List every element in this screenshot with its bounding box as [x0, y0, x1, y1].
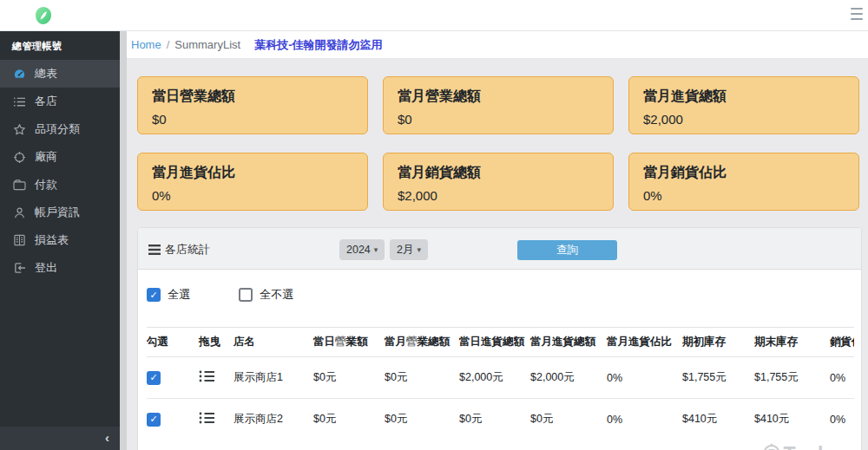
hamburger-icon[interactable] [851, 8, 863, 20]
watermark-text: Tasker [784, 443, 849, 450]
query-button[interactable]: 查詢 [517, 240, 617, 260]
table-body: ✓展示商店1$0元$0元$2,000元$2,000元0%$1,755元$1,75… [147, 357, 854, 440]
sidebar-item-label: 廠商 [35, 149, 57, 165]
sidebar-item-label: 損益表 [35, 232, 69, 248]
card-title: 當月進貨佔比 [152, 164, 353, 182]
panel-body: ✓ 全選 全不選 勾選拖曳店名當日營業額當月營業總額當日進貨總額當月進貨總額當月… [138, 270, 861, 440]
card-title: 當月銷貨佔比 [643, 164, 845, 182]
stores-table: 勾選拖曳店名當日營業額當月營業總額當日進貨總額當月進貨總額當月進貨佔比期初庫存期… [147, 327, 854, 440]
breadcrumb: Home / SummaryList 葉科技-佳翰開發請勿盜用 [127, 31, 868, 59]
summary-card: 當月進貨佔比0% [137, 153, 368, 211]
vertical-scrollbar[interactable] [120, 31, 127, 450]
column-header: 當日進貨總額 [459, 328, 530, 357]
summary-cards: 當日營業總額$0當月營業總額$0當月進貨總額$2,000當月進貨佔比0%當月銷貨… [127, 59, 868, 211]
cell-value: 0% [830, 357, 854, 399]
cell-value: $0元 [385, 357, 459, 399]
cell-value: $2,000元 [459, 357, 530, 399]
sidebar-item-廠商[interactable]: 廠商 [0, 143, 120, 171]
summary-card: 當日營業總額$0 [137, 76, 368, 134]
panel-title: 各店統計 [148, 242, 210, 258]
summary-card: 當月銷貨總額$2,000 [383, 153, 614, 211]
sidebar-item-label: 品項分類 [35, 121, 80, 137]
cell-value: $1,755元 [754, 357, 830, 399]
watermark: Tasker [761, 442, 849, 450]
row-checkbox[interactable]: ✓ [147, 413, 161, 427]
ledger-icon [12, 233, 26, 247]
notice-text: 葉科技-佳翰開發請勿盜用 [254, 37, 382, 53]
panel-header: 各店統計 2024▾ 2月▾ 查詢 [138, 228, 861, 270]
deselect-all-checkbox[interactable] [239, 288, 253, 302]
column-header: 當月營業總額 [385, 328, 459, 357]
chevron-left-icon[interactable]: ‹ [105, 430, 109, 446]
month-dropdown[interactable]: 2月▾ [390, 239, 428, 260]
main-content: Home / SummaryList 葉科技-佳翰開發請勿盜用 當日營業總額$0… [127, 31, 868, 450]
top-bar [0, 0, 868, 31]
column-header: 當日營業額 [313, 328, 385, 357]
card-value: $0 [398, 112, 599, 127]
summary-card: 當月銷貨佔比0% [628, 153, 859, 211]
sidebar-item-品項分類[interactable]: 品項分類 [0, 115, 120, 143]
star-icon [12, 122, 26, 136]
sidebar-footer: ‹ [0, 427, 120, 450]
caret-down-icon: ▾ [417, 245, 421, 254]
cell-value: $410元 [682, 399, 754, 440]
cell-value: $2,000元 [530, 357, 607, 399]
cell-value: $0元 [313, 357, 385, 399]
wallet-icon [12, 178, 26, 192]
sidebar: 總管理帳號 總表各店品項分類廠商付款帳戶資訊損益表登出 ‹ [0, 31, 120, 450]
cell-value: $0元 [313, 399, 385, 440]
cell-value: $1,755元 [682, 357, 754, 399]
column-header: 期初庫存 [682, 328, 754, 357]
sidebar-item-損益表[interactable]: 損益表 [0, 226, 120, 254]
table-row: ✓展示商店2$0元$0元$0元$0元0%$410元$410元0% [147, 399, 854, 440]
sidebar-item-登出[interactable]: 登出 [0, 254, 120, 282]
card-title: 當月進貨總額 [643, 88, 845, 106]
year-dropdown[interactable]: 2024▾ [339, 239, 385, 260]
select-all-checkbox[interactable]: ✓ [147, 288, 161, 302]
cell-value: $0元 [385, 399, 459, 440]
breadcrumb-separator: / [167, 38, 170, 51]
dashboard-icon [12, 67, 26, 81]
store-name: 展示商店1 [233, 357, 313, 399]
sidebar-item-付款[interactable]: 付款 [0, 171, 120, 199]
leaf-logo-icon [35, 6, 52, 25]
store-name: 展示商店2 [233, 399, 313, 440]
sidebar-item-label: 付款 [35, 177, 57, 192]
table-header-row: 勾選拖曳店名當日營業額當月營業總額當日進貨總額當月進貨總額當月進貨佔比期初庫存期… [147, 328, 854, 357]
sidebar-item-帳戶資訊[interactable]: 帳戶資訊 [0, 199, 120, 226]
logout-icon [12, 261, 26, 275]
list-icon [12, 95, 26, 108]
breadcrumb-current: SummaryList [174, 38, 240, 51]
sidebar-item-label: 帳戶資訊 [35, 205, 80, 220]
breadcrumb-home-link[interactable]: Home [131, 38, 161, 51]
column-header: 店名 [233, 328, 313, 357]
tasker-badge-icon [761, 442, 782, 450]
sidebar-item-總表[interactable]: 總表 [0, 60, 120, 88]
card-title: 當日營業總額 [152, 88, 353, 106]
card-title: 當月銷貨總額 [398, 164, 599, 182]
deselect-all-label: 全不選 [260, 287, 293, 303]
cell-value: $410元 [754, 399, 830, 440]
drag-handle-icon[interactable] [199, 369, 215, 383]
user-icon [12, 205, 26, 219]
stores-table-wrapper: 勾選拖曳店名當日營業額當月營業總額當日進貨總額當月進貨總額當月進貨佔比期初庫存期… [147, 327, 854, 440]
column-header: 當月進貨總額 [530, 328, 607, 357]
card-title: 當月營業總額 [398, 88, 599, 106]
card-value: $0 [152, 112, 353, 127]
select-controls: ✓ 全選 全不選 [147, 287, 852, 303]
column-header: 勾選 [147, 328, 199, 357]
card-value: $2,000 [398, 188, 599, 203]
card-value: 0% [152, 188, 353, 203]
target-icon [12, 150, 26, 164]
row-checkbox[interactable]: ✓ [147, 371, 161, 385]
card-value: 0% [643, 188, 845, 203]
select-all-label: 全選 [168, 287, 190, 303]
sidebar-nav: 總表各店品項分類廠商付款帳戶資訊損益表登出 [0, 60, 120, 282]
cell-value: 0% [830, 399, 854, 440]
sidebar-item-label: 登出 [35, 260, 57, 276]
sidebar-item-各店[interactable]: 各店 [0, 88, 120, 115]
drag-handle-icon[interactable] [199, 411, 215, 425]
caret-down-icon: ▾ [374, 245, 378, 254]
card-value: $2,000 [643, 112, 845, 127]
cell-value: 0% [607, 357, 682, 399]
